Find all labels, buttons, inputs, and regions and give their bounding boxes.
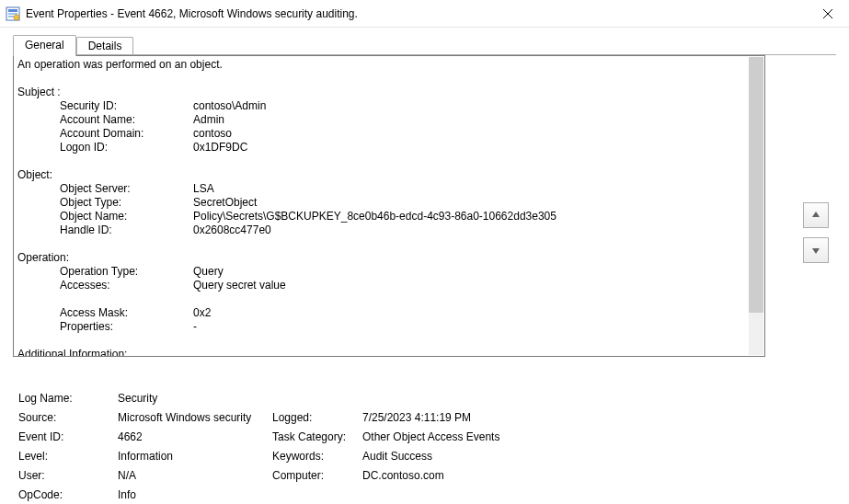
user-value: N/A xyxy=(118,469,272,482)
accesses-value: Query secret value xyxy=(193,279,286,292)
source-label: Source: xyxy=(18,411,118,424)
account-name-value: Admin xyxy=(193,113,224,127)
level-value: Information xyxy=(118,450,272,463)
logged-value: 7/25/2023 4:11:19 PM xyxy=(362,411,818,424)
svg-rect-3 xyxy=(8,16,14,17)
handle-id-value: 0x2608cc477e0 xyxy=(193,223,271,237)
desc-heading: An operation was performed on an object. xyxy=(17,58,223,72)
additional-info-header: Additional Information: xyxy=(17,348,127,357)
task-category-label: Task Category: xyxy=(272,430,362,443)
computer-label: Computer: xyxy=(272,469,362,482)
scrollbar-thumb[interactable] xyxy=(749,57,763,313)
next-event-button[interactable] xyxy=(803,237,829,263)
log-name-label: Log Name: xyxy=(18,392,118,405)
logon-id-label: Logon ID: xyxy=(60,141,193,155)
user-label: User: xyxy=(18,469,118,482)
properties-value: - xyxy=(193,320,197,334)
opcode-value: Info xyxy=(118,488,272,501)
operation-type-value: Query xyxy=(193,265,224,279)
logged-label: Logged: xyxy=(272,411,362,424)
logon-id-value: 0x1DF9DC xyxy=(193,141,247,155)
handle-id-label: Handle ID: xyxy=(60,223,193,237)
scrollbar[interactable] xyxy=(749,57,763,355)
window-title: Event Properties - Event 4662, Microsoft… xyxy=(26,7,807,20)
account-domain-value: contoso xyxy=(193,127,232,141)
operation-header: Operation: xyxy=(17,251,69,265)
svg-rect-1 xyxy=(8,9,17,12)
accesses-label: Accesses: xyxy=(60,279,193,292)
event-id-value: 4662 xyxy=(118,430,272,443)
object-name-value: Policy\Secrets\G$BCKUPKEY_8ce0b46b-edcd-… xyxy=(193,210,556,223)
computer-value: DC.contoso.com xyxy=(362,469,818,482)
arrow-down-icon xyxy=(810,245,821,256)
close-icon xyxy=(823,9,832,18)
object-type-label: Object Type: xyxy=(60,196,193,210)
tabstrip: General Details xyxy=(0,33,849,55)
object-name-label: Object Name: xyxy=(60,210,193,223)
object-type-value: SecretObject xyxy=(193,196,257,210)
event-description-box[interactable]: An operation was performed on an object.… xyxy=(13,55,765,357)
object-server-label: Object Server: xyxy=(60,182,193,196)
account-domain-label: Account Domain: xyxy=(60,127,193,141)
tab-content: An operation was performed on an object.… xyxy=(13,55,836,504)
svg-rect-2 xyxy=(8,13,17,15)
event-id-label: Event ID: xyxy=(18,430,118,443)
event-properties-window: Event Properties - Event 4662, Microsoft… xyxy=(0,0,849,504)
tab-general[interactable]: General xyxy=(13,35,76,56)
keywords-value: Audit Success xyxy=(362,450,818,463)
titlebar: Event Properties - Event 4662, Microsoft… xyxy=(0,0,849,28)
app-icon xyxy=(6,6,20,21)
object-server-value: LSA xyxy=(193,182,214,196)
keywords-label: Keywords: xyxy=(272,450,362,463)
tab-details[interactable]: Details xyxy=(76,37,134,55)
task-category-value: Other Object Access Events xyxy=(362,430,818,443)
security-id-label: Security ID: xyxy=(60,99,193,113)
account-name-label: Account Name: xyxy=(60,113,193,127)
source-value: Microsoft Windows security xyxy=(118,411,272,424)
log-name-value: Security xyxy=(118,392,272,405)
operation-type-label: Operation Type: xyxy=(60,265,193,279)
prev-event-button[interactable] xyxy=(803,202,829,228)
access-mask-label: Access Mask: xyxy=(60,306,193,320)
security-id-value: contoso\Admin xyxy=(193,99,266,113)
level-label: Level: xyxy=(18,450,118,463)
subject-header: Subject : xyxy=(17,86,61,99)
access-mask-value: 0x2 xyxy=(193,306,211,320)
opcode-label: OpCode: xyxy=(18,488,118,501)
properties-label: Properties: xyxy=(60,320,193,334)
arrow-up-icon xyxy=(810,210,821,221)
object-header: Object: xyxy=(17,168,52,182)
event-summary: Log Name: Security Source: Microsoft Win… xyxy=(18,388,818,504)
close-button[interactable] xyxy=(807,0,849,28)
svg-point-4 xyxy=(14,15,19,20)
